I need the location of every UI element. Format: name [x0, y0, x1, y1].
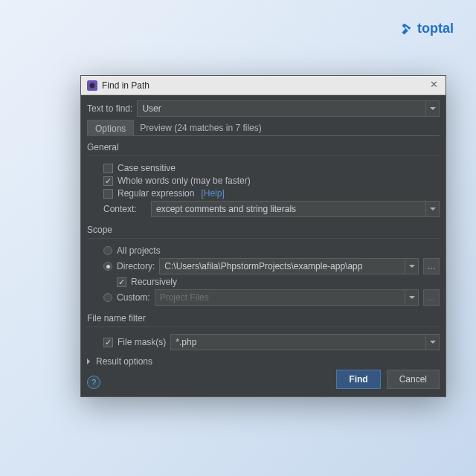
all-projects-radio[interactable] — [103, 246, 112, 255]
window-title: Find in Path — [102, 80, 428, 91]
context-value: except comments and string literals — [156, 202, 296, 216]
all-projects-label: All projects — [117, 245, 161, 256]
help-button[interactable]: ? — [87, 376, 100, 389]
regex-help-link[interactable]: [Help] — [201, 188, 224, 199]
whole-words-checkbox[interactable] — [103, 176, 113, 186]
tab-options[interactable]: Options — [87, 120, 134, 136]
context-select[interactable]: except comments and string literals — [151, 201, 440, 217]
whole-words-label: Whole words only (may be faster) — [118, 176, 251, 186]
context-dropdown-icon[interactable] — [425, 202, 439, 216]
custom-radio[interactable] — [103, 293, 112, 302]
toptal-icon — [401, 22, 414, 36]
directory-input[interactable]: C:\Users\afila\PhpstormProjects\example-… — [159, 258, 419, 274]
custom-scope-edit-button: … — [423, 289, 440, 306]
file-mask-input[interactable]: *.php — [170, 334, 440, 350]
section-general: General — [87, 142, 440, 152]
custom-label: Custom: — [117, 292, 150, 303]
directory-path: C:\Users\afila\PhpstormProjects\example-… — [164, 259, 362, 274]
titlebar[interactable]: Find in Path ✕ — [81, 76, 446, 95]
directory-browse-button[interactable]: … — [423, 258, 440, 274]
result-options-label: Result options — [96, 356, 152, 367]
custom-scope-dropdown-icon — [405, 290, 418, 305]
file-mask-value: *.php — [176, 335, 196, 350]
custom-scope-value: Project Files — [160, 290, 209, 305]
file-mask-label: File mask(s) — [118, 337, 166, 347]
directory-label: Directory: — [117, 261, 155, 271]
text-to-find-value: User — [142, 101, 161, 116]
text-history-dropdown[interactable] — [425, 101, 439, 116]
text-to-find-input[interactable]: User — [137, 100, 440, 117]
cancel-button[interactable]: Cancel — [387, 370, 440, 389]
recursively-checkbox[interactable] — [117, 277, 126, 287]
result-options-toggle[interactable]: Result options — [87, 356, 440, 367]
brand-logo: toptal — [401, 21, 454, 36]
find-in-path-dialog: Find in Path ✕ Text to find: User Option… — [80, 75, 446, 397]
brand-text: toptal — [417, 21, 454, 36]
directory-radio[interactable] — [103, 262, 112, 271]
recursively-label: Recursively — [131, 277, 177, 287]
app-icon — [87, 80, 97, 91]
file-mask-checkbox[interactable] — [103, 338, 113, 347]
context-label: Context: — [103, 204, 147, 214]
svg-point-1 — [90, 83, 95, 88]
find-button[interactable]: Find — [336, 370, 380, 389]
custom-scope-select: Project Files — [155, 289, 419, 306]
case-sensitive-checkbox[interactable] — [103, 164, 113, 173]
regex-label: Regular expression — [118, 188, 194, 199]
file-mask-dropdown-icon[interactable] — [425, 335, 439, 350]
directory-history-dropdown[interactable] — [405, 259, 418, 274]
tab-preview[interactable]: Preview (24 matches in 7 files) — [134, 120, 440, 136]
section-scope: Scope — [87, 225, 440, 235]
close-icon[interactable]: ✕ — [428, 80, 440, 91]
section-file-filter: File name filter — [87, 313, 440, 324]
text-to-find-label: Text to find: — [87, 103, 132, 114]
case-sensitive-label: Case sensitive — [118, 163, 176, 173]
regex-checkbox[interactable] — [103, 189, 113, 199]
